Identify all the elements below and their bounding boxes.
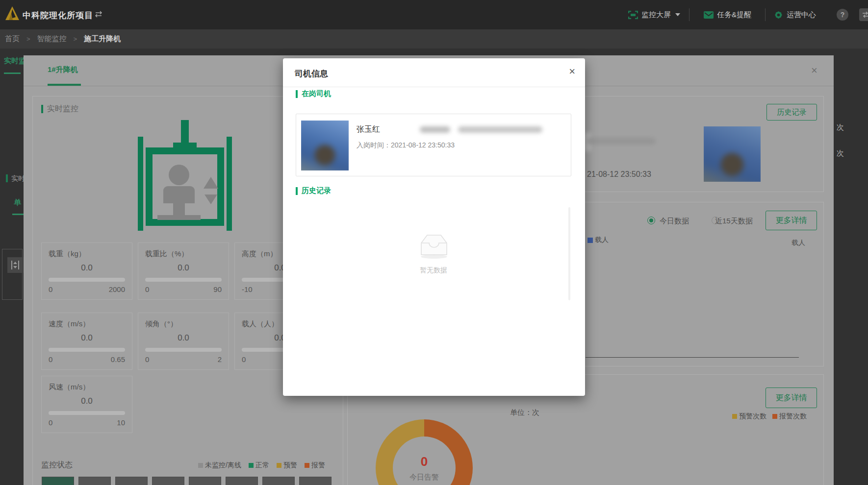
status-cell[interactable] <box>226 477 258 485</box>
metric-value: 0.0 <box>49 333 125 343</box>
chart-x-axis <box>586 357 799 358</box>
app-root: 中科院理化所项目 监控大屏 任务&提醒 <box>0 0 868 485</box>
today-alarm-count: 0 <box>421 454 428 469</box>
scrollbar[interactable] <box>568 207 570 300</box>
breadcrumb-home[interactable]: 首页 <box>5 34 20 44</box>
driver-photo <box>301 121 349 170</box>
blurred-id-label <box>420 126 450 133</box>
metric-label: 倾角（°） <box>145 319 222 329</box>
alarm-donut-chart: 0 今日告警 <box>376 419 473 485</box>
base-tab-underline <box>4 73 21 74</box>
tab-elevator-1[interactable]: 1#升降机 <box>48 65 78 74</box>
legend-swatch <box>305 463 309 468</box>
base-unit-label: 次 <box>837 123 844 132</box>
metric-value: 0.0 <box>145 333 222 343</box>
empty-box-icon <box>418 231 450 260</box>
alarm-legend: 预警次数 报警次数 <box>732 412 807 421</box>
metric-max: 0.65 <box>111 355 125 364</box>
today-alarm-label: 今日告警 <box>409 473 439 482</box>
metric-card-load-ratio: 载重比（%） 0.0 090 <box>138 242 229 300</box>
legend-swatch <box>198 463 203 468</box>
switch-project-icon[interactable] <box>94 11 103 18</box>
metric-card-tilt: 倾角（°） 0.0 02 <box>138 313 229 370</box>
screen-icon <box>628 11 638 19</box>
section-label: 在岗司机 <box>302 89 331 98</box>
metric-label: 风速（m/s） <box>49 383 125 392</box>
legend-offline: 未监控/离线 <box>198 461 241 470</box>
nav-tasks-label: 任务&提醒 <box>717 10 751 20</box>
arrows-icon <box>862 12 868 18</box>
onduty-section-title: 在岗司机 <box>296 89 331 98</box>
project-title: 中科院理化所项目 <box>23 10 93 21</box>
onduty-time-text: 21-08-12 23:50:33 <box>587 170 651 179</box>
legend-swatch <box>732 414 737 419</box>
metric-min: 0 <box>145 355 149 364</box>
status-cell[interactable] <box>42 477 74 485</box>
history-list-area[interactable]: 暂无数据 <box>296 200 571 381</box>
base-tab-single[interactable]: 单 <box>14 198 24 207</box>
status-cell[interactable] <box>78 477 111 485</box>
more-details-button[interactable]: 更多详情 <box>766 211 817 230</box>
company-logo-icon <box>5 5 20 21</box>
metric-min: 0 <box>49 418 52 427</box>
radio-today-label[interactable]: 今日数据 <box>660 217 689 226</box>
section-bar <box>296 90 298 98</box>
radio-today-data[interactable] <box>647 217 655 224</box>
metric-card-speed: 速度（m/s） 0.0 00.65 <box>41 313 132 370</box>
join-time-row: 入岗时间：2021-08-12 23:50:33 <box>357 141 455 150</box>
modal-close-icon[interactable]: × <box>569 66 575 77</box>
breadcrumb-level1[interactable]: 智能监控 <box>37 34 67 44</box>
status-cell[interactable] <box>189 477 221 485</box>
history-section-title: 历史记录 <box>296 186 331 195</box>
realtime-section-title: 实时监控 <box>41 104 78 114</box>
nav-monitor-screen[interactable]: 监控大屏 <box>628 0 680 29</box>
nav-divider <box>689 8 689 21</box>
status-cell[interactable] <box>299 477 332 485</box>
more-details-button[interactable]: 更多详情 <box>766 388 817 408</box>
driver-info-modal: 司机信息 × 在岗司机 张玉红 入岗时间：2021-08-12 23:50:33… <box>283 58 585 396</box>
metric-label: 载重（kg） <box>49 249 125 259</box>
legend-label: 报警次数 <box>779 412 807 421</box>
metric-label: 载重比（%） <box>145 249 222 259</box>
driver-photo <box>704 126 761 182</box>
base-tab-realtime[interactable]: 实时监控 <box>4 56 24 66</box>
elevator-mini-icon <box>7 257 23 273</box>
app-header: 中科院理化所项目 监控大屏 任务&提醒 <box>0 0 868 29</box>
drawer-close-icon[interactable]: × <box>811 65 817 76</box>
metric-value: 0.0 <box>145 263 222 273</box>
donut-center: 0 今日告警 <box>393 436 456 485</box>
legend-label: 报警 <box>311 461 325 470</box>
blurred-id-number <box>458 126 542 133</box>
status-cell[interactable] <box>152 477 184 485</box>
legend-alarm-count: 报警次数 <box>772 412 807 421</box>
legend-swatch <box>277 463 281 468</box>
modal-divider <box>283 87 585 87</box>
elevator-hoist-icon <box>136 120 234 231</box>
base-device-card[interactable] <box>2 249 23 300</box>
legend-label: 未监控/离线 <box>205 461 241 470</box>
legend-label: 正常 <box>255 461 269 470</box>
base-unit-label: 次 <box>837 149 844 158</box>
nav-divider <box>765 8 766 21</box>
mail-icon <box>704 11 714 19</box>
metric-max: 10 <box>117 418 125 427</box>
gear-icon <box>774 10 783 20</box>
status-cell[interactable] <box>262 477 295 485</box>
history-records-button[interactable]: 历史记录 <box>766 104 817 121</box>
base-tab-underline <box>12 214 24 215</box>
metric-gauge <box>49 278 125 282</box>
nav-operations-center[interactable]: 运营中心 <box>774 0 816 29</box>
legend-swatch <box>249 463 254 468</box>
breadcrumb: 首页 > 智能监控 > 施工升降机 <box>0 29 868 48</box>
radio-15days-label[interactable]: 近15天数据 <box>715 217 753 226</box>
nav-tasks-reminders[interactable]: 任务&提醒 <box>704 0 751 29</box>
metric-max: 2 <box>218 355 222 364</box>
metric-gauge <box>145 348 222 352</box>
section-bar <box>296 187 298 195</box>
monitor-status-label: 监控状态 <box>41 460 73 470</box>
help-icon[interactable]: ? <box>837 9 848 21</box>
status-cell[interactable] <box>115 477 148 485</box>
legend-alarm: 报警 <box>305 461 325 470</box>
metric-min: 0 <box>145 285 149 293</box>
collapse-icon[interactable] <box>859 8 868 21</box>
